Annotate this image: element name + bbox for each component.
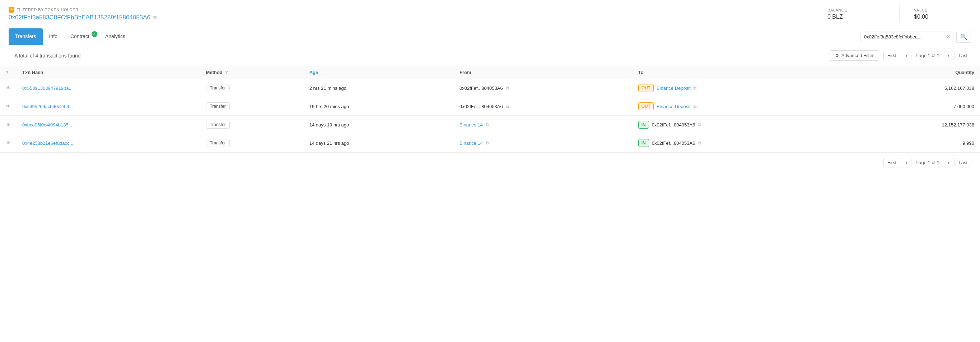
copy-address-icon[interactable]: ⧉ — [153, 15, 156, 21]
bottom-prev-button[interactable]: ‹ — [902, 158, 911, 168]
bottom-first-button[interactable]: First — [883, 158, 900, 168]
tab-analytics[interactable]: Analytics — [99, 29, 132, 45]
filter-label: ⚑ FILTERED BY TOKEN HOLDER — [9, 7, 799, 13]
advanced-filter-button[interactable]: ⚙ Advanced Filter — [830, 50, 879, 61]
direction-to-cell: IN 0x02fFef...804053A6 ⧉ — [633, 116, 851, 134]
help-icon-method[interactable]: ? — [225, 70, 228, 75]
search-button[interactable]: 🔍 — [956, 31, 971, 43]
last-page-button[interactable]: Last — [955, 51, 971, 60]
quantity-cell: 12,152,177.038 — [851, 116, 980, 134]
quantity-cell: 5,162,167.038 — [851, 79, 980, 97]
copy-from-icon[interactable]: ⧉ — [486, 141, 489, 145]
method-badge: Transfer — [206, 84, 230, 92]
eye-icon[interactable]: 👁 — [6, 140, 11, 146]
bottom-last-button[interactable]: Last — [955, 158, 971, 168]
to-link[interactable]: Binance Deposit — [657, 104, 690, 109]
tab-contract[interactable]: Contract ✓ — [64, 29, 99, 45]
contract-check-badge: ✓ — [92, 31, 97, 37]
balance-section: BALANCE 0 BLZ — [827, 8, 885, 20]
tab-transfers-label: Transfers — [15, 34, 36, 39]
txn-hash-link[interactable]: 0xc495269acb40c24f4... — [22, 104, 194, 109]
copy-to-icon[interactable]: ⧉ — [698, 141, 701, 145]
from-link[interactable]: Binance 14 — [460, 141, 483, 146]
copy-from-icon[interactable]: ⧉ — [506, 104, 509, 109]
from-content: Binance 14 ⧉ — [460, 141, 627, 146]
search-clear-icon[interactable]: ✕ — [946, 34, 951, 40]
search-bar: ✕ 🔍 — [860, 31, 971, 43]
to-content: IN 0x02fFef...804053A6 ⧉ — [638, 121, 845, 129]
from-link[interactable]: Binance 14 — [460, 122, 483, 128]
table-row: 👁 0xc495269acb40c24f4... Transfer 19 hrs… — [0, 97, 980, 116]
age-text: 19 hrs 20 mins ago — [309, 104, 349, 109]
quantity-cell: 7,000,000 — [851, 97, 980, 116]
txn-hash-text: 0x4e258b21e6ef0dacc... — [22, 141, 73, 146]
txn-hash-link[interactable]: 0x4e258b21e6ef0dacc... — [22, 141, 194, 146]
txn-hash-link[interactable]: 0x55891303947919ba... — [22, 85, 194, 91]
table-header-row: ? Txn Hash Method ? Age From To Quantity — [0, 66, 980, 79]
eye-icon[interactable]: 👁 — [6, 85, 11, 91]
from-content: Binance 14 ⧉ — [460, 122, 627, 128]
divider-1 — [813, 5, 813, 23]
txn-hash-text: 0xc495269acb40c24f4... — [22, 104, 73, 109]
next-page-button[interactable]: › — [944, 51, 953, 60]
tab-analytics-label: Analytics — [105, 34, 125, 39]
copy-to-icon[interactable]: ⧉ — [694, 85, 697, 91]
table-controls: ↕ A total of 4 transactions found ⚙ Adva… — [0, 45, 980, 66]
first-page-button[interactable]: First — [883, 51, 900, 60]
direction-badge: OUT — [638, 102, 654, 110]
direction-badge: OUT — [638, 84, 654, 92]
to-content: OUT Binance Deposit ⧉ — [638, 84, 845, 92]
to-link[interactable]: Binance Deposit — [657, 85, 690, 91]
direction-to-cell: IN 0x02fFef...804053A6 ⧉ — [633, 134, 851, 152]
copy-from-icon[interactable]: ⧉ — [486, 122, 489, 127]
method-badge: Transfer — [206, 121, 230, 129]
to-content: IN 0x02fFef...804053A6 ⧉ — [638, 139, 845, 147]
prev-page-button[interactable]: ‹ — [902, 51, 911, 60]
filter-label-text: FILTERED BY TOKEN HOLDER — [16, 8, 79, 12]
txn-hash-cell: 0xbca05f0e4f094b135... — [16, 116, 200, 134]
tabs-bar: Transfers Info Contract ✓ Analytics ✕ 🔍 — [0, 29, 980, 45]
method-cell: Transfer — [200, 116, 304, 134]
age-cell: 14 days 19 hrs ago — [304, 116, 454, 134]
copy-to-icon[interactable]: ⧉ — [694, 104, 697, 109]
watch-cell: 👁 — [0, 79, 16, 97]
method-badge: Transfer — [206, 139, 230, 147]
eye-icon[interactable]: 👁 — [6, 122, 11, 128]
col-age-label: Age — [309, 70, 318, 75]
quantity-value: 7,000,000 — [953, 104, 974, 109]
age-cell: 19 hrs 20 mins ago — [304, 97, 454, 116]
top-bar: ⚑ FILTERED BY TOKEN HOLDER 0x02fFef3a583… — [0, 0, 980, 29]
col-age: Age — [304, 66, 454, 79]
col-quantity-label: Quantity — [955, 70, 974, 75]
txn-hash-text: 0x55891303947919ba... — [22, 85, 73, 91]
copy-from-icon[interactable]: ⧉ — [506, 85, 509, 91]
page-info: Page 1 of 1 — [913, 53, 943, 58]
from-content: 0x02fFef...804053A6 ⧉ — [460, 85, 627, 91]
col-method-label: Method — [206, 70, 223, 75]
tab-info[interactable]: Info — [43, 29, 64, 45]
token-holder-address[interactable]: 0x02fFef3a583C8FCfFbBbEAB135289f15804053… — [9, 14, 799, 21]
filter-icon: ⚑ — [9, 7, 14, 13]
table-row: 👁 0xbca05f0e4f094b135... Transfer 14 day… — [0, 116, 980, 134]
copy-to-icon[interactable]: ⧉ — [698, 122, 701, 127]
col-quantity: Quantity — [851, 66, 980, 79]
method-cell: Transfer — [200, 97, 304, 116]
col-to: To — [633, 66, 851, 79]
bottom-next-button[interactable]: › — [944, 158, 953, 168]
age-text: 2 hrs 21 mins ago — [309, 85, 347, 91]
address-text: 0x02fFef3a583C8FCfFbBbEAB135289f15804053… — [9, 14, 150, 21]
watch-cell: 👁 — [0, 134, 16, 152]
value-value: $0.00 — [914, 14, 971, 20]
filter-section: ⚑ FILTERED BY TOKEN HOLDER 0x02fFef3a583… — [9, 7, 799, 21]
table-row: 👁 0x55891303947919ba... Transfer 2 hrs 2… — [0, 79, 980, 97]
watch-cell: 👁 — [0, 97, 16, 116]
col-to-label: To — [638, 70, 644, 75]
eye-icon[interactable]: 👁 — [6, 104, 11, 109]
search-input[interactable] — [860, 32, 953, 42]
txn-hash-link[interactable]: 0xbca05f0e4f094b135... — [22, 122, 194, 128]
help-icon-watch[interactable]: ? — [6, 70, 8, 75]
tab-transfers[interactable]: Transfers — [9, 29, 43, 45]
quantity-value: 12,152,177.038 — [942, 122, 974, 128]
pagination-top: First ‹ Page 1 of 1 › Last — [883, 51, 971, 60]
transactions-table: ? Txn Hash Method ? Age From To Quantity — [0, 66, 980, 152]
